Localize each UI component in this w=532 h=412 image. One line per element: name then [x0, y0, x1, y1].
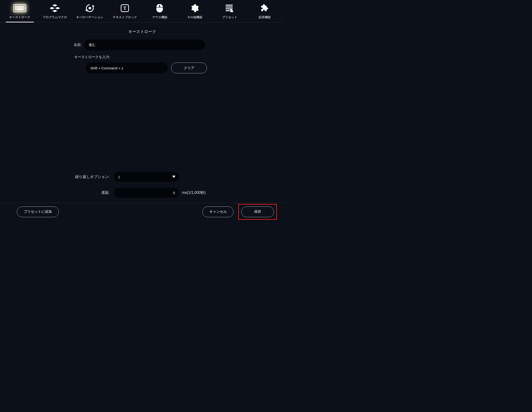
keystroke-prompt: キーストロークを入力:	[74, 55, 285, 59]
svg-rect-5	[22, 6, 23, 7]
tab-label: プリセット	[222, 15, 237, 20]
tab-text-block[interactable]: T テキストブロック	[107, 3, 142, 22]
delay-unit: ms(1/1,000秒)	[182, 190, 206, 195]
tab-label: マウス機能	[152, 15, 167, 20]
blocks-icon	[49, 3, 60, 13]
tab-label: テキストブロック	[113, 15, 137, 20]
repeat-select-wrap: 1	[114, 172, 179, 182]
tab-label: プログラムマクロ	[43, 15, 67, 20]
gear-icon	[191, 3, 199, 13]
name-label: 名前:	[0, 43, 84, 47]
svg-marker-21	[85, 9, 87, 12]
svg-rect-30	[226, 10, 230, 11]
keystroke-row: クリア	[86, 63, 285, 73]
svg-marker-17	[49, 7, 55, 9]
svg-rect-29	[226, 8, 233, 9]
puzzle-icon	[261, 3, 269, 13]
repeat-label: 繰り返しオプション:	[0, 175, 114, 179]
svg-rect-6	[23, 6, 25, 7]
svg-text:T: T	[123, 6, 126, 11]
rotation-icon	[85, 3, 95, 13]
svg-rect-1	[15, 6, 16, 7]
svg-marker-31	[230, 9, 234, 12]
keyboard-icon	[14, 3, 26, 13]
keystroke-input[interactable]	[86, 63, 168, 73]
delay-input[interactable]	[114, 188, 179, 198]
tab-other[interactable]: その他機能	[177, 3, 212, 22]
svg-rect-22	[89, 7, 91, 9]
tab-preset[interactable]: プリセット	[212, 3, 247, 22]
name-row: 名前:	[0, 39, 285, 50]
svg-rect-9	[19, 8, 19, 9]
svg-rect-12	[23, 8, 25, 9]
svg-rect-11	[22, 8, 23, 9]
svg-rect-15	[23, 9, 25, 10]
svg-rect-3	[19, 6, 19, 7]
svg-rect-2	[17, 6, 18, 7]
section-title: キーストローク	[0, 29, 285, 34]
mouse-icon	[156, 3, 163, 13]
svg-rect-8	[17, 8, 18, 9]
delay-label: 遅延:	[0, 190, 114, 195]
save-highlight: 保存	[238, 204, 277, 220]
tab-label: 拡張機能	[258, 15, 271, 20]
svg-rect-13	[15, 9, 16, 10]
tab-program-macro[interactable]: プログラムマクロ	[37, 3, 72, 22]
tab-extension[interactable]: 拡張機能	[247, 3, 282, 22]
tab-label: キーストローク	[9, 15, 30, 20]
svg-marker-16	[52, 4, 57, 7]
tab-key-rotation[interactable]: キーローテーション	[72, 3, 107, 22]
svg-rect-25	[159, 5, 160, 7]
svg-marker-18	[55, 7, 60, 9]
clear-button[interactable]: クリア	[171, 63, 207, 73]
footer-bar: プリセットに追加 キャンセル 保存	[0, 203, 285, 220]
tab-mouse[interactable]: マウス機能	[142, 3, 177, 22]
delay-row: 遅延: ms(1/1,000秒)	[0, 188, 285, 198]
repeat-select[interactable]: 1	[114, 172, 179, 182]
tab-label: その他機能	[187, 15, 202, 20]
svg-marker-19	[52, 10, 57, 12]
tab-bar: キーストローク プログラムマクロ	[0, 0, 285, 22]
text-block-icon: T	[121, 3, 129, 13]
tab-label: キーローテーション	[76, 15, 103, 20]
svg-rect-28	[226, 7, 233, 8]
cancel-button[interactable]: キャンセル	[202, 206, 234, 217]
svg-rect-14	[17, 9, 23, 10]
svg-rect-7	[15, 8, 16, 9]
svg-marker-20	[92, 5, 95, 7]
name-input[interactable]	[84, 39, 205, 50]
svg-rect-4	[20, 6, 21, 7]
app-root: キーストローク プログラムマクロ	[0, 0, 285, 220]
repeat-row: 繰り返しオプション: 1	[0, 172, 285, 182]
main-panel: キーストローク 名前: キーストロークを入力: クリア 繰り返しオプション: 1	[0, 22, 285, 203]
lower-options: 繰り返しオプション: 1 遅延: ms(1/1,000秒)	[0, 172, 285, 201]
add-to-preset-button[interactable]: プリセットに追加	[17, 206, 59, 217]
save-button[interactable]: 保存	[241, 206, 274, 217]
tab-keystroke[interactable]: キーストローク	[2, 3, 37, 22]
preset-list-icon	[226, 3, 234, 13]
svg-rect-10	[20, 8, 21, 9]
svg-rect-27	[226, 5, 233, 6]
